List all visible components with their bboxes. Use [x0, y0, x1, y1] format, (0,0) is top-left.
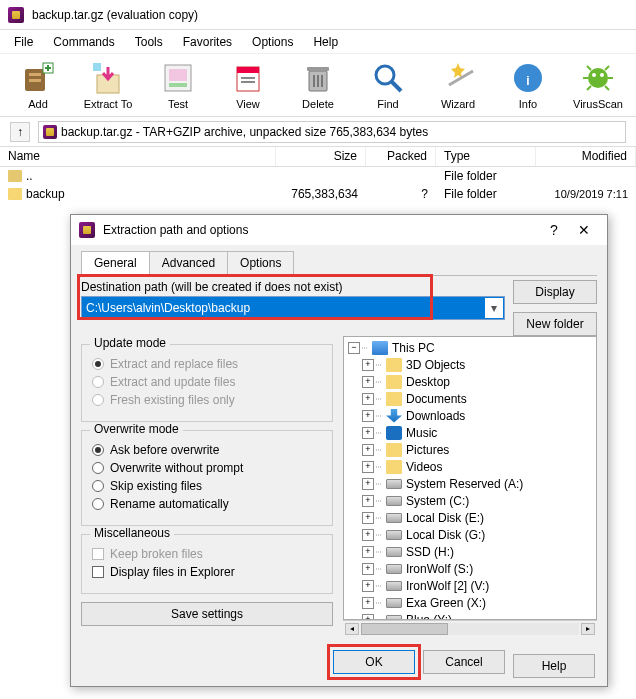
radio-fresh[interactable]: Fresh existing files only [92, 393, 322, 407]
col-type[interactable]: Type [436, 147, 536, 166]
list-item[interactable]: backup 765,383,634 ? File folder 10/9/20… [0, 185, 636, 203]
tree-item[interactable]: +Downloads [344, 407, 596, 424]
tree-item[interactable]: +Local Disk (G:) [344, 526, 596, 543]
expander-icon[interactable]: + [362, 410, 374, 422]
check-keep-broken[interactable]: Keep broken files [92, 547, 322, 561]
expander-icon[interactable]: + [362, 529, 374, 541]
nav-up-button[interactable]: ↑ [10, 122, 30, 142]
dialog-title: Extraction path and options [103, 223, 539, 237]
expander-icon[interactable]: + [362, 427, 374, 439]
expander-icon[interactable]: + [362, 359, 374, 371]
expander-icon[interactable]: + [362, 597, 374, 609]
extract-label: Extract To [84, 98, 133, 110]
radio-ask[interactable]: Ask before overwrite [92, 443, 322, 457]
tree-scrollbar[interactable]: ◂ ▸ [343, 620, 597, 636]
col-size[interactable]: Size [276, 147, 366, 166]
tree-item[interactable]: +System Reserved (A:) [344, 475, 596, 492]
dialog-close-button[interactable]: ✕ [569, 218, 599, 242]
tree-item[interactable]: +Desktop [344, 373, 596, 390]
check-explorer[interactable]: Display files in Explorer [92, 565, 322, 579]
view-button[interactable]: View [220, 60, 276, 110]
ok-button[interactable]: OK [333, 650, 415, 674]
cancel-button[interactable]: Cancel [423, 650, 505, 674]
menu-file[interactable]: File [6, 33, 41, 51]
expander-icon[interactable]: + [362, 376, 374, 388]
delete-button[interactable]: Delete [290, 60, 346, 110]
checkbox-icon [92, 566, 104, 578]
expander-icon[interactable]: + [362, 580, 374, 592]
extract-button[interactable]: Extract To [80, 60, 136, 110]
radio-icon [92, 358, 104, 370]
radio-skip[interactable]: Skip existing files [92, 479, 322, 493]
tree-item[interactable]: +Pictures [344, 441, 596, 458]
tree-root[interactable]: −This PC [344, 339, 596, 356]
tree-item[interactable]: +Videos [344, 458, 596, 475]
wizard-button[interactable]: Wizard [430, 60, 486, 110]
virusscan-button[interactable]: VirusScan [570, 60, 626, 110]
save-settings-button[interactable]: Save settings [81, 602, 333, 626]
radio-noprompt[interactable]: Overwrite without prompt [92, 461, 322, 475]
scroll-left-icon[interactable]: ◂ [345, 623, 359, 635]
radio-extract-update[interactable]: Extract and update files [92, 375, 322, 389]
new-folder-button[interactable]: New folder [513, 312, 597, 336]
dialog-help-button[interactable]: ? [539, 218, 569, 242]
scroll-track[interactable] [361, 623, 579, 635]
svg-line-28 [605, 66, 609, 70]
expander-icon[interactable]: + [362, 546, 374, 558]
tab-general[interactable]: General [81, 251, 150, 275]
chevron-down-icon[interactable]: ▾ [485, 298, 503, 318]
tree-item[interactable]: +Local Disk (E:) [344, 509, 596, 526]
dialog-footer: OK Cancel Help [71, 642, 607, 686]
list-item[interactable]: .. File folder [0, 167, 636, 185]
expander-icon[interactable]: + [362, 495, 374, 507]
svg-text:i: i [526, 74, 529, 88]
add-label: Add [28, 98, 48, 110]
scroll-right-icon[interactable]: ▸ [581, 623, 595, 635]
col-modified[interactable]: Modified [536, 147, 636, 166]
svg-point-22 [588, 68, 608, 88]
tree-item[interactable]: +Music [344, 424, 596, 441]
col-packed[interactable]: Packed [366, 147, 436, 166]
expander-icon[interactable]: + [362, 461, 374, 473]
menu-favorites[interactable]: Favorites [175, 33, 240, 51]
virus-label: VirusScan [573, 98, 623, 110]
tree-item[interactable]: +Blue (Y:) [344, 611, 596, 620]
tab-advanced[interactable]: Advanced [149, 251, 228, 275]
expander-icon[interactable]: + [362, 393, 374, 405]
virus-icon [580, 60, 616, 96]
tree-item[interactable]: +3D Objects [344, 356, 596, 373]
radio-rename[interactable]: Rename automatically [92, 497, 322, 511]
col-name[interactable]: Name [0, 147, 276, 166]
info-button[interactable]: i Info [500, 60, 556, 110]
tree-item[interactable]: +System (C:) [344, 492, 596, 509]
expander-icon[interactable]: + [362, 563, 374, 575]
tree-item[interactable]: +IronWolf (S:) [344, 560, 596, 577]
svg-line-19 [392, 82, 401, 91]
tree-item-icon [386, 358, 402, 372]
expander-icon[interactable]: + [362, 512, 374, 524]
display-button[interactable]: Display [513, 280, 597, 304]
find-button[interactable]: Find [360, 60, 416, 110]
expander-icon[interactable]: − [348, 342, 360, 354]
svg-rect-16 [317, 75, 319, 87]
address-field[interactable]: backup.tar.gz - TAR+GZIP archive, unpack… [38, 121, 626, 143]
overwrite-mode-group: Overwrite mode Ask before overwrite Over… [81, 430, 333, 526]
add-button[interactable]: Add [10, 60, 66, 110]
expander-icon[interactable]: + [362, 478, 374, 490]
tree-item[interactable]: +SSD (H:) [344, 543, 596, 560]
test-button[interactable]: Test [150, 60, 206, 110]
menu-help[interactable]: Help [305, 33, 346, 51]
tree-item[interactable]: +Exa Green (X:) [344, 594, 596, 611]
destination-input[interactable] [81, 296, 505, 320]
tree-item[interactable]: +Documents [344, 390, 596, 407]
expander-icon[interactable]: + [362, 444, 374, 456]
menu-options[interactable]: Options [244, 33, 301, 51]
scroll-thumb[interactable] [361, 623, 448, 635]
radio-extract-replace[interactable]: Extract and replace files [92, 357, 322, 371]
menu-tools[interactable]: Tools [127, 33, 171, 51]
help-button[interactable]: Help [513, 654, 595, 678]
menu-commands[interactable]: Commands [45, 33, 122, 51]
folder-tree[interactable]: −This PC+3D Objects+Desktop+Documents+Do… [343, 336, 597, 620]
tab-options[interactable]: Options [227, 251, 294, 275]
tree-item[interactable]: +IronWolf [2] (V:) [344, 577, 596, 594]
